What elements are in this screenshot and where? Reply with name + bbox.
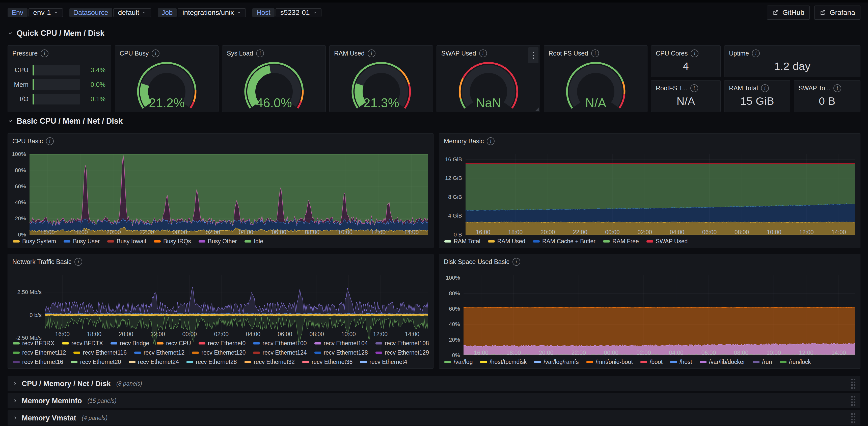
panel-header[interactable]: Memory Basic i	[439, 133, 860, 147]
legend-item[interactable]: /host/tpcmdisk	[480, 359, 527, 365]
network-basic-plot[interactable]: -2.50 Mb/s0 b/s2.50 Mb/s	[8, 268, 430, 330]
info-icon[interactable]: i	[368, 50, 375, 57]
legend-item[interactable]: recv Ethernet20	[71, 359, 121, 365]
x-axis-label: 16:00	[467, 349, 495, 356]
legend-label: /var/lib/docker	[709, 359, 745, 365]
x-axis-label: 16:00	[34, 229, 61, 236]
panel-header[interactable]: RootFS T... i	[651, 81, 720, 94]
legend-item[interactable]: recv Ethernet16	[13, 359, 63, 365]
panel-header[interactable]: Disk Space Used Basic i	[439, 254, 860, 268]
info-icon[interactable]: i	[41, 50, 49, 57]
legend-item[interactable]: Busy Iowait	[107, 238, 146, 245]
legend-item[interactable]: recv Ethernet4	[360, 359, 407, 365]
legend-swatch	[13, 361, 20, 363]
legend-item[interactable]: recv Ethernet36	[302, 359, 352, 365]
gauge-ram-used: 21.3%	[330, 59, 433, 113]
drag-handle-icon[interactable]	[851, 379, 856, 389]
drag-handle-icon[interactable]	[851, 396, 856, 406]
legend-swatch	[245, 240, 251, 243]
section-header-basic[interactable]: Basic CPU / Mem / Net / Disk	[7, 117, 123, 126]
x-axis-label: 06:00	[695, 349, 723, 356]
panel-header[interactable]: CPU Cores i	[651, 46, 720, 59]
panel-header[interactable]: Uptime i	[724, 46, 860, 59]
x-axis-label: 20:00	[112, 331, 140, 338]
collapsed-row-memory-vmstat[interactable]: Memory Vmstat(4 panels)	[7, 410, 861, 426]
info-icon[interactable]: i	[591, 50, 599, 57]
legend-item[interactable]: RAM Free	[603, 238, 639, 245]
info-icon[interactable]: i	[761, 84, 769, 92]
panel-header[interactable]: Network Traffic Basic i	[8, 254, 433, 268]
panel-header[interactable]: SWAP Used i	[437, 46, 540, 59]
bar-gauge	[33, 65, 80, 75]
panel-header[interactable]: CPU Busy i	[115, 46, 218, 59]
drag-handle-icon[interactable]	[851, 413, 856, 423]
dashboard-link-github[interactable]: GitHub	[767, 5, 810, 20]
variable-value-dropdown[interactable]: s5232-01	[276, 8, 322, 17]
info-icon[interactable]: i	[74, 258, 82, 266]
legend-item[interactable]: /var/log/ramfs	[534, 359, 579, 365]
x-axis-label: 10:00	[335, 331, 362, 338]
panel-menu-icon[interactable]	[528, 47, 538, 63]
disk-basic-plot[interactable]: 0%20%40%60%80%100%	[439, 268, 857, 348]
gauge-sys-load: 46.0%	[222, 59, 326, 113]
y-axis-label: 40%	[8, 199, 26, 206]
info-icon[interactable]: i	[152, 50, 159, 57]
legend-item[interactable]: /run/lock	[780, 359, 811, 365]
legend-item[interactable]: RAM Cache + Buffer	[533, 238, 595, 245]
info-icon[interactable]: i	[690, 84, 698, 92]
legend-item[interactable]: Idle	[245, 238, 263, 245]
info-icon[interactable]: i	[46, 137, 54, 145]
legend-swatch	[586, 361, 593, 363]
panel-header[interactable]: RAM Used i	[330, 46, 433, 59]
legend-item[interactable]: SWAP Used	[647, 238, 688, 245]
info-icon[interactable]: i	[479, 50, 487, 57]
variable-value-dropdown[interactable]: env-1	[29, 8, 63, 17]
row-panel-count: (15 panels)	[87, 397, 116, 404]
info-icon[interactable]: i	[513, 258, 520, 266]
panel-title: SWAP Used	[441, 50, 476, 57]
x-axis-label: 06:00	[265, 229, 293, 236]
legend-item[interactable]: /mnt/onie-boot	[586, 359, 633, 365]
info-icon[interactable]: i	[691, 50, 699, 57]
legend-item[interactable]: recv Ethernet28	[186, 359, 237, 365]
panel-header[interactable]: SWAP To... i	[794, 81, 860, 94]
legend-item[interactable]: /var/lib/docker	[700, 359, 745, 365]
section-header-quick[interactable]: Quick CPU / Mem / Disk	[7, 29, 104, 38]
info-icon[interactable]: i	[256, 50, 264, 57]
legend-item[interactable]: recv Ethernet24	[129, 359, 179, 365]
legend-item[interactable]: RAM Used	[488, 238, 525, 245]
variable-value-dropdown[interactable]: default	[113, 8, 151, 17]
legend-item[interactable]: /host	[670, 359, 692, 365]
legend-label: Busy Other	[208, 238, 237, 245]
variable-value-dropdown[interactable]: integrations/unix	[178, 8, 246, 17]
legend-item[interactable]: /boot	[641, 359, 662, 365]
panel-header[interactable]: RAM Total i	[724, 81, 790, 94]
legend-item[interactable]: Busy IRQs	[154, 238, 191, 245]
panel-header[interactable]: Root FS Used i	[544, 46, 647, 59]
legend-item[interactable]: Busy System	[13, 238, 56, 245]
resize-handle[interactable]	[535, 107, 539, 111]
legend-swatch	[780, 361, 786, 363]
panel-disk-basic: Disk Space Used Basic i 0%20%40%60%80%10…	[439, 254, 861, 369]
panel-header[interactable]: Sys Load i	[222, 46, 326, 59]
collapsed-row-cpu-memory-net-disk[interactable]: CPU / Memory / Net / Disk(8 panels)	[7, 376, 861, 391]
info-icon[interactable]: i	[487, 137, 495, 145]
legend-item[interactable]: Busy Other	[198, 238, 237, 245]
panel-header[interactable]: Pressure i	[8, 46, 111, 59]
info-icon[interactable]: i	[752, 50, 760, 57]
legend-item[interactable]: /run	[753, 359, 772, 365]
cpu-basic-plot[interactable]: 0%20%40%60%80%100%	[8, 147, 430, 228]
chart-canvas	[45, 275, 428, 355]
info-icon[interactable]: i	[833, 84, 841, 92]
legend-item[interactable]: recv Ethernet32	[245, 359, 295, 365]
legend-item[interactable]: RAM Total	[444, 238, 480, 245]
x-axis-label: 22:00	[133, 229, 161, 236]
memory-basic-plot[interactable]: 0 B4 GiB8 GiB12 GiB16 GiB	[439, 147, 857, 228]
legend-swatch	[71, 361, 78, 363]
panel-header[interactable]: CPU Basic i	[8, 133, 433, 147]
legend-item[interactable]: /var/log	[444, 359, 473, 365]
legend-item[interactable]: Busy User	[64, 238, 100, 245]
x-axis-label: 08:00	[303, 331, 331, 338]
collapsed-row-memory-meminfo[interactable]: Memory Meminfo(15 panels)	[7, 393, 861, 408]
dashboard-link-grafana[interactable]: Grafana	[814, 5, 861, 20]
